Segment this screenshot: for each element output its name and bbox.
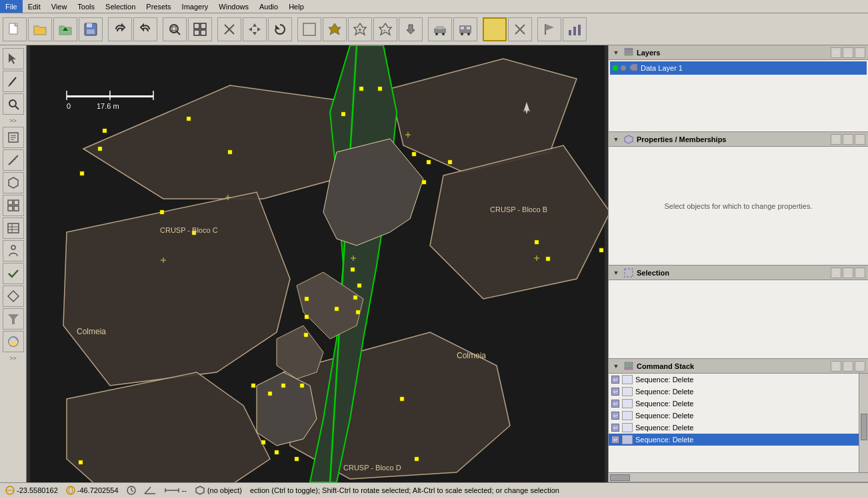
map-canvas[interactable]: 0 17.6 m CRUSP - Bloco B CRUSP - Bloco C…: [27, 45, 608, 482]
layer-visible-dot: [613, 65, 618, 71]
svg-marker-56: [9, 177, 18, 188]
move-button[interactable]: [243, 17, 267, 41]
upload-button[interactable]: [53, 17, 77, 41]
layers-maximize-button[interactable]: □: [855, 47, 865, 58]
command-hscrollbar[interactable]: [609, 472, 868, 482]
command-maximize-button[interactable]: □: [855, 361, 865, 372]
save-button[interactable]: [79, 17, 103, 41]
layers-minimize-button[interactable]: _: [843, 47, 853, 58]
ruler-tool[interactable]: [3, 149, 24, 171]
hint-text: ection (Ctrl to toggle); Shift-Ctrl to r…: [250, 486, 559, 494]
more-tools-2[interactable]: >>: [8, 354, 18, 363]
pointer-tool[interactable]: [3, 48, 24, 69]
selection-maximize-button[interactable]: □: [855, 268, 865, 278]
delete-node-button[interactable]: -: [373, 17, 397, 41]
highlight-button[interactable]: [483, 17, 507, 41]
menu-presets[interactable]: Presets: [141, 0, 176, 13]
command-item-6[interactable]: ↩ Sequence: Delete: [609, 434, 859, 446]
cut-button[interactable]: [217, 17, 241, 41]
command-minimize-button[interactable]: _: [843, 361, 853, 372]
selection-collapse-button[interactable]: ▼: [611, 268, 621, 278]
menu-windows[interactable]: Windows: [213, 0, 254, 13]
properties-close-button[interactable]: ✕: [831, 134, 841, 145]
zoom-tool[interactable]: [3, 93, 24, 115]
svg-rect-31: [461, 27, 464, 29]
layers-panel-header: ▼ Layers ✕ _ □: [609, 45, 868, 60]
menu-view[interactable]: View: [46, 0, 73, 13]
svg-rect-99: [356, 310, 360, 314]
layers-body: Data Layer 1: [609, 60, 868, 131]
svg-rect-104: [305, 297, 309, 301]
svg-marker-17: [249, 27, 252, 31]
table-tool[interactable]: [3, 217, 24, 239]
properties-collapse-button[interactable]: ▼: [611, 135, 621, 144]
svg-rect-10: [201, 23, 206, 29]
properties-maximize-button[interactable]: □: [855, 134, 865, 145]
close-tool-button[interactable]: [508, 17, 532, 41]
svg-marker-16: [253, 32, 257, 35]
menu-file[interactable]: File: [0, 0, 23, 13]
check-tool[interactable]: [3, 263, 24, 284]
command-item-1[interactable]: ↩ Sequence: Delete: [609, 374, 859, 386]
command-close-button[interactable]: ✕: [831, 361, 841, 372]
diamond-tool[interactable]: [3, 286, 24, 307]
properties-placeholder: Select objects for which to change prope…: [665, 202, 813, 210]
pencil-tool[interactable]: [3, 71, 24, 92]
menu-selection[interactable]: Selection: [100, 0, 141, 13]
layers-collapse-button[interactable]: ▼: [611, 48, 621, 57]
new-button[interactable]: [3, 17, 27, 41]
select-tool-button[interactable]: [323, 17, 347, 41]
bus-button[interactable]: [453, 17, 477, 41]
command-hscroll-thumb[interactable]: [610, 474, 630, 481]
svg-rect-27: [436, 26, 444, 29]
svg-text:CRUSP - Bloco C: CRUSP - Bloco C: [160, 226, 218, 234]
command-collapse-button[interactable]: ▼: [611, 362, 621, 371]
zoom-window-button[interactable]: [163, 17, 187, 41]
refresh-button[interactable]: [268, 17, 292, 41]
pan-button[interactable]: [399, 17, 423, 41]
svg-rect-20: [303, 23, 315, 35]
menu-audio[interactable]: Audio: [254, 0, 283, 13]
graph-button[interactable]: [563, 17, 587, 41]
person-tool[interactable]: [3, 240, 24, 262]
layer-item[interactable]: Data Layer 1: [610, 61, 867, 75]
svg-marker-67: [8, 314, 19, 324]
more-tools-1[interactable]: >>: [8, 116, 18, 125]
undo-button[interactable]: [108, 17, 132, 41]
menu-help[interactable]: Help: [283, 0, 309, 13]
car-button[interactable]: [428, 17, 452, 41]
flag-button[interactable]: [537, 17, 561, 41]
command-scroll-thumb[interactable]: [861, 414, 867, 440]
selection-close-button[interactable]: ✕: [831, 268, 841, 278]
svg-marker-143: [629, 64, 637, 71]
command-item-2[interactable]: ↩ Sequence: Delete: [609, 386, 859, 398]
grid-tool[interactable]: [3, 195, 24, 216]
layers-close-button[interactable]: ✕: [831, 47, 841, 58]
menu-imagery[interactable]: Imagery: [177, 0, 214, 13]
svg-text:0: 0: [67, 102, 71, 110]
note-tool[interactable]: [3, 127, 24, 148]
command-scrollbar[interactable]: [859, 374, 868, 472]
menu-tools[interactable]: Tools: [72, 0, 100, 13]
command-item-3[interactable]: ↩ Sequence: Delete: [609, 398, 859, 410]
redo-button[interactable]: [133, 17, 157, 41]
filter-tool[interactable]: [3, 308, 24, 330]
export-button[interactable]: [297, 17, 321, 41]
selection-minimize-button[interactable]: _: [843, 268, 853, 278]
svg-rect-140: [625, 53, 633, 55]
svg-rect-101: [268, 392, 272, 396]
svg-rect-100: [251, 384, 255, 388]
command-scroll-area[interactable]: ↩ Sequence: Delete ↩ Sequence: Delete ↩ …: [609, 374, 868, 472]
command-item-4[interactable]: ↩ Sequence: Delete: [609, 410, 859, 422]
open-button[interactable]: [28, 17, 52, 41]
paint-tool[interactable]: [3, 331, 24, 352]
network-tool[interactable]: [3, 172, 24, 193]
properties-minimize-button[interactable]: _: [843, 134, 853, 145]
zoom-actual-button[interactable]: [188, 17, 212, 41]
layers-header-icons: ✕ _ □: [831, 47, 865, 58]
add-node-button[interactable]: +: [348, 17, 372, 41]
command-label-1: Sequence: Delete: [635, 376, 693, 384]
menubar: File Edit View Tools Selection Presets I…: [0, 0, 868, 13]
menu-edit[interactable]: Edit: [23, 0, 46, 13]
command-item-5[interactable]: ↩ Sequence: Delete: [609, 422, 859, 434]
